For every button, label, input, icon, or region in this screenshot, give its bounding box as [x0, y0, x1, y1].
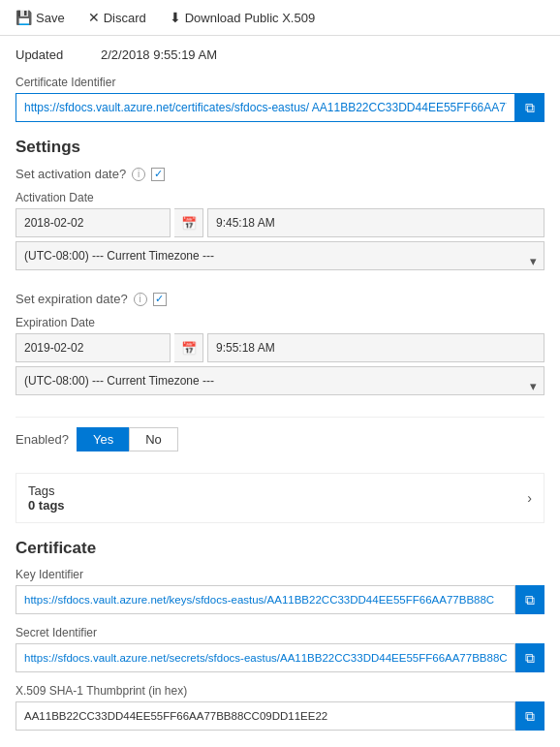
secret-identifier-group: Secret Identifier ⧉: [16, 626, 544, 672]
expiration-checkbox[interactable]: [153, 293, 167, 306]
updated-value: 2/2/2018 9:55:19 AM: [101, 47, 217, 62]
activation-info-icon: i: [132, 168, 145, 181]
save-icon: 💾: [16, 10, 32, 25]
cert-identifier-label: Certificate Identifier: [16, 76, 544, 89]
expiration-date-label: Expiration Date: [16, 316, 544, 329]
copy-icon-4: ⧉: [525, 708, 535, 725]
toolbar: 💾 Save ✕ Discard ⬇ Download Public X.509: [0, 0, 560, 36]
expiration-date-row: 📅: [16, 333, 544, 362]
activation-timezone-wrapper: (UTC-08:00) --- Current Timezone ---: [16, 241, 544, 280]
copy-icon-3: ⧉: [525, 650, 535, 667]
no-toggle-button[interactable]: No: [129, 427, 178, 451]
discard-icon: ✕: [88, 10, 100, 25]
key-identifier-copy-button[interactable]: ⧉: [515, 585, 544, 614]
download-button[interactable]: ⬇ Download Public X.509: [166, 8, 319, 27]
secret-identifier-label: Secret Identifier: [16, 626, 544, 639]
updated-label: Updated: [16, 47, 93, 62]
activation-calendar-button[interactable]: 📅: [174, 208, 203, 237]
secret-identifier-input[interactable]: [16, 643, 515, 672]
activation-checkbox-row: Set activation date? i: [16, 167, 544, 181]
yes-toggle-button[interactable]: Yes: [77, 427, 129, 451]
sha1-label: X.509 SHA-1 Thumbprint (in hex): [16, 684, 544, 698]
save-button[interactable]: 💾 Save: [12, 8, 69, 27]
key-identifier-label: Key Identifier: [16, 568, 544, 581]
sha1-group: X.509 SHA-1 Thumbprint (in hex) ⧉: [16, 684, 544, 731]
activation-checkbox-label: Set activation date?: [16, 167, 126, 181]
activation-time-input[interactable]: [207, 208, 544, 237]
copy-icon: ⧉: [525, 100, 535, 116]
tags-count: 0 tags: [28, 498, 65, 513]
discard-button[interactable]: ✕ Discard: [84, 8, 150, 27]
key-identifier-group: Key Identifier ⧉: [16, 568, 544, 614]
activation-date-group: Activation Date 📅 (UTC-08:00) --- Curren…: [16, 191, 544, 280]
settings-title: Settings: [16, 138, 544, 157]
key-identifier-input[interactable]: [16, 585, 515, 614]
tags-title: Tags: [28, 483, 65, 498]
expiration-timezone-wrapper: (UTC-08:00) --- Current Timezone ---: [16, 366, 544, 405]
tags-chevron-icon: ›: [527, 490, 532, 506]
secret-identifier-row: ⧉: [16, 643, 544, 672]
toggle-group: Yes No: [77, 427, 178, 451]
key-identifier-row: ⧉: [16, 585, 544, 614]
cert-identifier-copy-button[interactable]: ⧉: [515, 93, 544, 122]
expiration-timezone-select[interactable]: (UTC-08:00) --- Current Timezone ---: [16, 366, 544, 395]
certificate-title: Certificate: [16, 539, 544, 558]
tags-row[interactable]: Tags 0 tags ›: [16, 473, 544, 523]
expiration-checkbox-row: Set expiration date? i: [16, 292, 544, 306]
sha1-copy-button[interactable]: ⧉: [515, 701, 544, 731]
activation-date-input[interactable]: [16, 208, 171, 237]
updated-row: Updated 2/2/2018 9:55:19 AM: [16, 47, 544, 62]
expiration-info-icon: i: [134, 293, 147, 306]
cert-identifier-input[interactable]: [16, 93, 515, 122]
sha1-row: ⧉: [16, 701, 544, 731]
copy-icon-2: ⧉: [525, 592, 535, 608]
enabled-row: Enabled? Yes No: [16, 417, 544, 461]
secret-identifier-copy-button[interactable]: ⧉: [515, 643, 544, 672]
expiration-time-input[interactable]: [207, 333, 544, 362]
activation-date-label: Activation Date: [16, 191, 544, 204]
expiration-date-group: Expiration Date 📅 (UTC-08:00) --- Curren…: [16, 316, 544, 405]
sha1-input[interactable]: [16, 701, 515, 731]
enabled-label: Enabled?: [16, 432, 69, 447]
content: Updated 2/2/2018 9:55:19 AM Certificate …: [0, 36, 560, 747]
activation-checkbox[interactable]: [151, 168, 165, 181]
cert-identifier-group: Certificate Identifier ⧉: [16, 76, 544, 122]
expiration-checkbox-label: Set expiration date?: [16, 292, 128, 306]
download-label: Download Public X.509: [185, 11, 315, 25]
save-label: Save: [36, 11, 65, 25]
download-icon: ⬇: [170, 10, 181, 25]
discard-label: Discard: [104, 11, 146, 25]
activation-timezone-select[interactable]: (UTC-08:00) --- Current Timezone ---: [16, 241, 544, 270]
activation-date-row: 📅: [16, 208, 544, 237]
cert-identifier-row: ⧉: [16, 93, 544, 122]
calendar-icon: 📅: [181, 216, 197, 231]
expiration-calendar-button[interactable]: 📅: [174, 333, 203, 362]
expiration-date-input[interactable]: [16, 333, 171, 362]
calendar-icon-2: 📅: [181, 341, 197, 356]
tags-left: Tags 0 tags: [28, 483, 65, 513]
